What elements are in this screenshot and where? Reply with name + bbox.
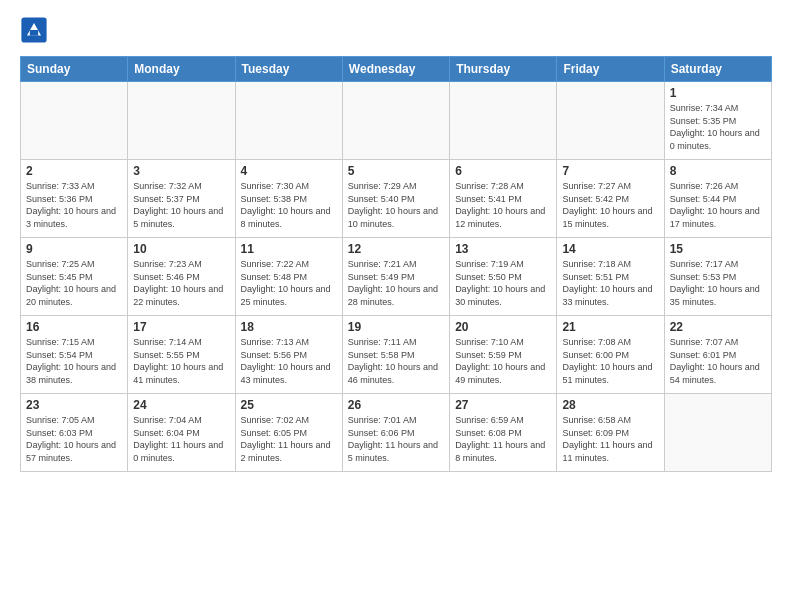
day-info: Sunrise: 7:22 AMSunset: 5:48 PMDaylight:… bbox=[241, 258, 337, 308]
day-info: Sunrise: 7:13 AMSunset: 5:56 PMDaylight:… bbox=[241, 336, 337, 386]
calendar-cell: 22Sunrise: 7:07 AMSunset: 6:01 PMDayligh… bbox=[664, 316, 771, 394]
calendar-cell: 26Sunrise: 7:01 AMSunset: 6:06 PMDayligh… bbox=[342, 394, 449, 472]
day-number: 5 bbox=[348, 164, 444, 178]
day-number: 1 bbox=[670, 86, 766, 100]
day-info: Sunrise: 7:27 AMSunset: 5:42 PMDaylight:… bbox=[562, 180, 658, 230]
day-info: Sunrise: 7:29 AMSunset: 5:40 PMDaylight:… bbox=[348, 180, 444, 230]
day-number: 2 bbox=[26, 164, 122, 178]
calendar-cell: 24Sunrise: 7:04 AMSunset: 6:04 PMDayligh… bbox=[128, 394, 235, 472]
calendar-header-saturday: Saturday bbox=[664, 57, 771, 82]
calendar-cell: 18Sunrise: 7:13 AMSunset: 5:56 PMDayligh… bbox=[235, 316, 342, 394]
day-number: 20 bbox=[455, 320, 551, 334]
day-number: 19 bbox=[348, 320, 444, 334]
calendar-header-tuesday: Tuesday bbox=[235, 57, 342, 82]
calendar-cell: 16Sunrise: 7:15 AMSunset: 5:54 PMDayligh… bbox=[21, 316, 128, 394]
calendar-cell: 10Sunrise: 7:23 AMSunset: 5:46 PMDayligh… bbox=[128, 238, 235, 316]
calendar-cell bbox=[342, 82, 449, 160]
calendar-cell: 12Sunrise: 7:21 AMSunset: 5:49 PMDayligh… bbox=[342, 238, 449, 316]
day-number: 4 bbox=[241, 164, 337, 178]
calendar-cell: 9Sunrise: 7:25 AMSunset: 5:45 PMDaylight… bbox=[21, 238, 128, 316]
day-info: Sunrise: 7:34 AMSunset: 5:35 PMDaylight:… bbox=[670, 102, 766, 152]
day-number: 26 bbox=[348, 398, 444, 412]
day-info: Sunrise: 7:01 AMSunset: 6:06 PMDaylight:… bbox=[348, 414, 444, 464]
calendar-cell: 19Sunrise: 7:11 AMSunset: 5:58 PMDayligh… bbox=[342, 316, 449, 394]
calendar-cell: 5Sunrise: 7:29 AMSunset: 5:40 PMDaylight… bbox=[342, 160, 449, 238]
calendar-table: SundayMondayTuesdayWednesdayThursdayFrid… bbox=[20, 56, 772, 472]
calendar-week-row: 2Sunrise: 7:33 AMSunset: 5:36 PMDaylight… bbox=[21, 160, 772, 238]
day-number: 27 bbox=[455, 398, 551, 412]
calendar-header-row: SundayMondayTuesdayWednesdayThursdayFrid… bbox=[21, 57, 772, 82]
calendar-header-thursday: Thursday bbox=[450, 57, 557, 82]
day-number: 24 bbox=[133, 398, 229, 412]
day-number: 3 bbox=[133, 164, 229, 178]
day-info: Sunrise: 7:15 AMSunset: 5:54 PMDaylight:… bbox=[26, 336, 122, 386]
day-info: Sunrise: 7:02 AMSunset: 6:05 PMDaylight:… bbox=[241, 414, 337, 464]
day-number: 10 bbox=[133, 242, 229, 256]
day-info: Sunrise: 7:07 AMSunset: 6:01 PMDaylight:… bbox=[670, 336, 766, 386]
calendar-cell: 17Sunrise: 7:14 AMSunset: 5:55 PMDayligh… bbox=[128, 316, 235, 394]
day-number: 18 bbox=[241, 320, 337, 334]
calendar-cell: 14Sunrise: 7:18 AMSunset: 5:51 PMDayligh… bbox=[557, 238, 664, 316]
calendar-cell: 8Sunrise: 7:26 AMSunset: 5:44 PMDaylight… bbox=[664, 160, 771, 238]
day-info: Sunrise: 7:32 AMSunset: 5:37 PMDaylight:… bbox=[133, 180, 229, 230]
calendar-cell: 13Sunrise: 7:19 AMSunset: 5:50 PMDayligh… bbox=[450, 238, 557, 316]
calendar-cell bbox=[128, 82, 235, 160]
day-number: 28 bbox=[562, 398, 658, 412]
day-info: Sunrise: 6:58 AMSunset: 6:09 PMDaylight:… bbox=[562, 414, 658, 464]
calendar-cell: 4Sunrise: 7:30 AMSunset: 5:38 PMDaylight… bbox=[235, 160, 342, 238]
logo bbox=[20, 16, 50, 44]
day-number: 22 bbox=[670, 320, 766, 334]
day-number: 15 bbox=[670, 242, 766, 256]
day-info: Sunrise: 7:14 AMSunset: 5:55 PMDaylight:… bbox=[133, 336, 229, 386]
day-info: Sunrise: 7:11 AMSunset: 5:58 PMDaylight:… bbox=[348, 336, 444, 386]
day-info: Sunrise: 7:10 AMSunset: 5:59 PMDaylight:… bbox=[455, 336, 551, 386]
day-info: Sunrise: 7:19 AMSunset: 5:50 PMDaylight:… bbox=[455, 258, 551, 308]
calendar-week-row: 23Sunrise: 7:05 AMSunset: 6:03 PMDayligh… bbox=[21, 394, 772, 472]
calendar-cell: 28Sunrise: 6:58 AMSunset: 6:09 PMDayligh… bbox=[557, 394, 664, 472]
day-info: Sunrise: 7:26 AMSunset: 5:44 PMDaylight:… bbox=[670, 180, 766, 230]
calendar-header-sunday: Sunday bbox=[21, 57, 128, 82]
calendar-cell: 11Sunrise: 7:22 AMSunset: 5:48 PMDayligh… bbox=[235, 238, 342, 316]
calendar-cell: 7Sunrise: 7:27 AMSunset: 5:42 PMDaylight… bbox=[557, 160, 664, 238]
calendar-cell: 23Sunrise: 7:05 AMSunset: 6:03 PMDayligh… bbox=[21, 394, 128, 472]
day-number: 17 bbox=[133, 320, 229, 334]
calendar-cell: 20Sunrise: 7:10 AMSunset: 5:59 PMDayligh… bbox=[450, 316, 557, 394]
calendar-cell: 1Sunrise: 7:34 AMSunset: 5:35 PMDaylight… bbox=[664, 82, 771, 160]
calendar-week-row: 9Sunrise: 7:25 AMSunset: 5:45 PMDaylight… bbox=[21, 238, 772, 316]
calendar-header-monday: Monday bbox=[128, 57, 235, 82]
calendar-cell bbox=[21, 82, 128, 160]
header bbox=[20, 16, 772, 44]
calendar-header-friday: Friday bbox=[557, 57, 664, 82]
calendar-cell: 21Sunrise: 7:08 AMSunset: 6:00 PMDayligh… bbox=[557, 316, 664, 394]
calendar-cell bbox=[664, 394, 771, 472]
day-number: 9 bbox=[26, 242, 122, 256]
day-info: Sunrise: 7:33 AMSunset: 5:36 PMDaylight:… bbox=[26, 180, 122, 230]
day-number: 6 bbox=[455, 164, 551, 178]
day-info: Sunrise: 7:23 AMSunset: 5:46 PMDaylight:… bbox=[133, 258, 229, 308]
calendar-cell bbox=[235, 82, 342, 160]
day-info: Sunrise: 7:28 AMSunset: 5:41 PMDaylight:… bbox=[455, 180, 551, 230]
day-info: Sunrise: 7:30 AMSunset: 5:38 PMDaylight:… bbox=[241, 180, 337, 230]
calendar-cell: 6Sunrise: 7:28 AMSunset: 5:41 PMDaylight… bbox=[450, 160, 557, 238]
day-info: Sunrise: 7:04 AMSunset: 6:04 PMDaylight:… bbox=[133, 414, 229, 464]
day-number: 16 bbox=[26, 320, 122, 334]
calendar-cell: 3Sunrise: 7:32 AMSunset: 5:37 PMDaylight… bbox=[128, 160, 235, 238]
logo-icon bbox=[20, 16, 48, 44]
day-info: Sunrise: 6:59 AMSunset: 6:08 PMDaylight:… bbox=[455, 414, 551, 464]
main-container: SundayMondayTuesdayWednesdayThursdayFrid… bbox=[0, 0, 792, 482]
calendar-week-row: 16Sunrise: 7:15 AMSunset: 5:54 PMDayligh… bbox=[21, 316, 772, 394]
day-number: 13 bbox=[455, 242, 551, 256]
calendar-cell: 25Sunrise: 7:02 AMSunset: 6:05 PMDayligh… bbox=[235, 394, 342, 472]
calendar-cell bbox=[450, 82, 557, 160]
day-number: 14 bbox=[562, 242, 658, 256]
day-number: 25 bbox=[241, 398, 337, 412]
calendar-cell: 27Sunrise: 6:59 AMSunset: 6:08 PMDayligh… bbox=[450, 394, 557, 472]
day-number: 21 bbox=[562, 320, 658, 334]
day-number: 23 bbox=[26, 398, 122, 412]
calendar-cell: 15Sunrise: 7:17 AMSunset: 5:53 PMDayligh… bbox=[664, 238, 771, 316]
day-number: 12 bbox=[348, 242, 444, 256]
calendar-week-row: 1Sunrise: 7:34 AMSunset: 5:35 PMDaylight… bbox=[21, 82, 772, 160]
day-info: Sunrise: 7:17 AMSunset: 5:53 PMDaylight:… bbox=[670, 258, 766, 308]
day-number: 8 bbox=[670, 164, 766, 178]
day-info: Sunrise: 7:18 AMSunset: 5:51 PMDaylight:… bbox=[562, 258, 658, 308]
